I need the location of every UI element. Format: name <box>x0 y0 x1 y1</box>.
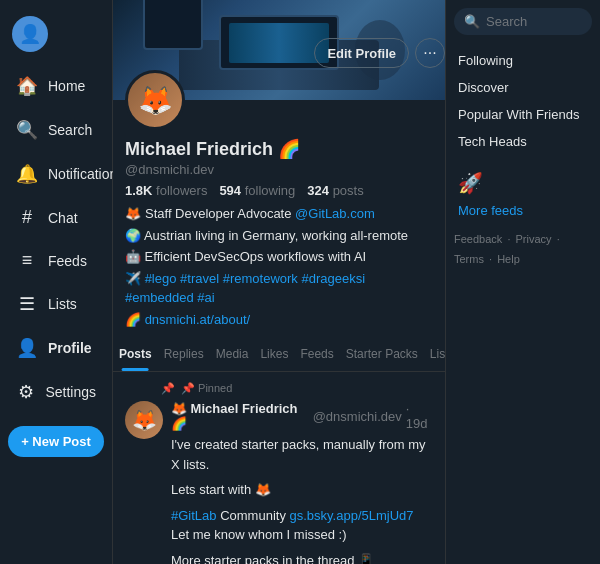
sidebar-avatar[interactable]: 👤 <box>12 16 48 52</box>
gs-link[interactable]: gs.bsky.app/5LmjUd7 <box>290 508 414 523</box>
profile-name: Michael Friedrich 🌈 <box>125 138 433 160</box>
feeds-icon: ≡ <box>16 250 38 271</box>
bio-line-5: 🌈 dnsmichi.at/about/ <box>125 310 433 330</box>
edit-profile-button[interactable]: Edit Profile <box>314 38 409 68</box>
sidebar-item-lists[interactable]: ☰ Lists <box>4 283 108 325</box>
sidebar-item-search[interactable]: 🔍 Search <box>4 109 108 151</box>
bell-icon: 🔔 <box>16 163 38 185</box>
tab-likes[interactable]: Likes <box>254 337 294 371</box>
sidebar-item-settings-label: Settings <box>45 384 96 400</box>
tab-posts[interactable]: Posts <box>113 337 158 371</box>
main-content: 🦊 Edit Profile ··· Michael Friedrich 🌈 @… <box>113 0 445 564</box>
sidebar-item-profile-label: Profile <box>48 340 92 356</box>
gitlab-link[interactable]: @GitLab.com <box>295 206 375 221</box>
sidebar-item-home[interactable]: 🏠 Home <box>4 65 108 107</box>
sidebar-item-notifications[interactable]: 🔔 Notifications <box>4 153 108 195</box>
post-author-avatar[interactable]: 🦊 <box>125 401 163 439</box>
profile-bio: 🦊 Staff Developer Advocate @GitLab.com 🌍… <box>125 204 433 329</box>
sidebar: 👤 🏠 Home 🔍 Search 🔔 Notifications # Chat… <box>0 0 113 564</box>
feed-item-tech[interactable]: Tech Heads <box>454 128 592 155</box>
sidebar-item-feeds-label: Feeds <box>48 253 87 269</box>
profile-tabs: Posts Replies Media Likes Feeds Starter … <box>113 337 445 372</box>
bio-line-1: 🦊 Staff Developer Advocate @GitLab.com <box>125 204 433 224</box>
search-icon: 🔍 <box>16 119 38 141</box>
tab-lists[interactable]: Lists <box>424 337 445 371</box>
sidebar-item-lists-label: Lists <box>48 296 77 312</box>
search-input[interactable] <box>486 14 582 29</box>
bio-line-2: 🌍 Austrian living in Germany, working al… <box>125 226 433 246</box>
gear-icon: ⚙ <box>16 381 35 403</box>
rocket-emoji: 🚀 <box>454 167 592 199</box>
help-link[interactable]: Help <box>497 253 520 265</box>
sidebar-item-home-label: Home <box>48 78 85 94</box>
footer-links: Feedback · Privacy · Terms · Help <box>454 230 592 270</box>
right-panel: 🔍 Following Discover Popular With Friend… <box>445 0 600 564</box>
profile-avatar-wrap: 🦊 <box>125 70 185 130</box>
post-text: I've created starter packs, manually fro… <box>171 435 433 564</box>
profile-icon: 👤 <box>16 337 38 359</box>
post-header: 🦊 🦊 Michael Friedrich 🌈 @dnsmichi.dev · … <box>125 401 433 564</box>
feed-item-popular[interactable]: Popular With Friends <box>454 101 592 128</box>
feed-item-discover[interactable]: Discover <box>454 74 592 101</box>
post-meta: 🦊 Michael Friedrich 🌈 @dnsmichi.dev · 19… <box>171 401 433 564</box>
profile-section: 🦊 Edit Profile ··· Michael Friedrich 🌈 @… <box>113 100 445 329</box>
tab-replies[interactable]: Replies <box>158 337 210 371</box>
post-author-name[interactable]: 🦊 Michael Friedrich 🌈 <box>171 401 309 431</box>
privacy-link[interactable]: Privacy <box>516 233 552 245</box>
sidebar-item-chat[interactable]: # Chat <box>4 197 108 238</box>
bio-line-3: 🤖 Efficient DevSecOps workflows with AI <box>125 247 433 267</box>
tab-starter-packs[interactable]: Starter Packs <box>340 337 424 371</box>
new-post-label: + New Post <box>21 434 91 449</box>
sidebar-item-profile[interactable]: 👤 Profile <box>4 327 108 369</box>
home-icon: 🏠 <box>16 75 38 97</box>
terms-link[interactable]: Terms <box>454 253 484 265</box>
more-feeds-link[interactable]: More feeds <box>454 199 592 222</box>
bio-line-4: ✈️ #lego #travel #remotework #drageeksi … <box>125 269 433 308</box>
following-stat: 594 following <box>219 183 295 198</box>
tab-feeds[interactable]: Feeds <box>294 337 339 371</box>
lists-icon: ☰ <box>16 293 38 315</box>
tab-media[interactable]: Media <box>210 337 255 371</box>
pin-icon: 📌 <box>161 382 175 395</box>
followers-stat: 1.8K followers <box>125 183 207 198</box>
sidebar-item-settings[interactable]: ⚙ Settings <box>4 371 108 413</box>
bio-website-link[interactable]: dnsmichi.at/about/ <box>145 312 251 327</box>
gitlab-hashtag[interactable]: #GitLab <box>171 508 217 523</box>
sidebar-item-search-label: Search <box>48 122 92 138</box>
new-post-button[interactable]: + New Post <box>8 426 104 457</box>
profile-avatar: 🦊 <box>125 70 185 130</box>
profile-handle: @dnsmichi.dev <box>125 162 433 177</box>
feeds-section: Following Discover Popular With Friends … <box>454 47 592 155</box>
posts-stat: 324 posts <box>307 183 363 198</box>
pinned-label: 📌 📌 Pinned <box>161 382 433 395</box>
post-time: · 19d <box>406 401 433 431</box>
post-author-handle: @dnsmichi.dev <box>313 409 402 424</box>
feed-item-following[interactable]: Following <box>454 47 592 74</box>
profile-stats: 1.8K followers 594 following 324 posts <box>125 183 433 198</box>
profile-actions: Edit Profile ··· <box>314 38 445 68</box>
sidebar-item-chat-label: Chat <box>48 210 78 226</box>
post-item: 📌 📌 Pinned 🦊 🦊 Michael Friedrich 🌈 @dnsm… <box>113 372 445 564</box>
chat-icon: # <box>16 207 38 228</box>
search-icon: 🔍 <box>464 14 480 29</box>
post-author-info: 🦊 Michael Friedrich 🌈 @dnsmichi.dev · 19… <box>171 401 433 431</box>
search-box[interactable]: 🔍 <box>454 8 592 35</box>
sidebar-item-feeds[interactable]: ≡ Feeds <box>4 240 108 281</box>
more-options-button[interactable]: ··· <box>415 38 445 68</box>
feedback-link[interactable]: Feedback <box>454 233 502 245</box>
